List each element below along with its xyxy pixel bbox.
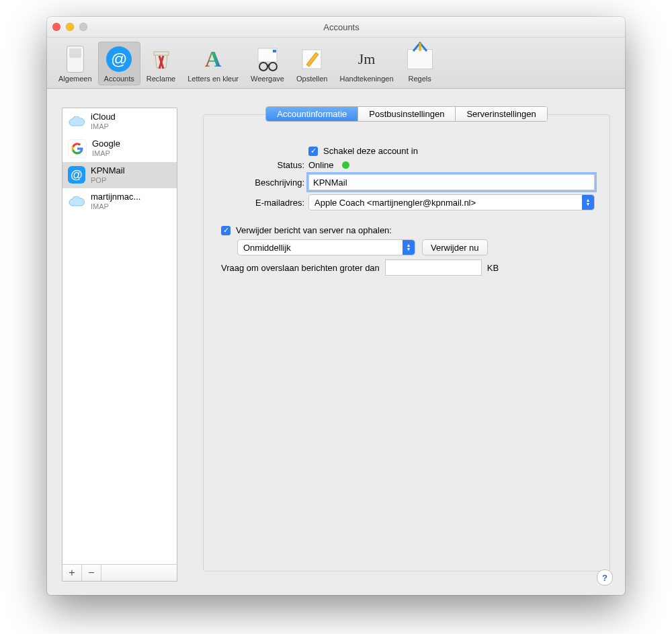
switch-icon	[61, 45, 89, 73]
remove-account-button[interactable]: −	[82, 565, 101, 581]
toolbar-general[interactable]: Algemeen	[52, 42, 98, 85]
viewing-icon	[253, 45, 282, 73]
status-label: Status:	[218, 160, 308, 170]
settings-tabs: Accountinformatie Postbusinstellingen Se…	[216, 106, 597, 122]
content-body: iCloud IMAP Google IMAP @ K	[47, 95, 625, 595]
account-type: IMAP	[91, 202, 140, 211]
accounts-sidebar: iCloud IMAP Google IMAP @ K	[62, 108, 177, 582]
remove-from-server-label: Verwijder bericht van server na ophalen:	[236, 225, 392, 235]
account-type: IMAP	[91, 122, 116, 131]
account-item[interactable]: iCloud IMAP	[62, 108, 177, 135]
close-button[interactable]	[52, 23, 60, 31]
main-panel: Accountinformatie Postbusinstellingen Se…	[190, 108, 610, 582]
stepper-icon: ▲▼	[403, 240, 415, 255]
account-item[interactable]: Google IMAP	[62, 135, 177, 162]
trash-icon	[147, 45, 175, 73]
prefs-toolbar: Algemeen @ Accounts Reclame A Letters en…	[47, 38, 625, 89]
remove-timing-value: Onmiddellijk	[243, 243, 291, 253]
window-title: Accounts	[63, 22, 620, 32]
tab-account-info[interactable]: Accountinformatie	[266, 107, 358, 121]
enable-account-label: Schakel deze account in	[323, 146, 418, 156]
status-indicator-icon	[342, 161, 349, 169]
account-type: IMAP	[92, 149, 120, 158]
tab-server-settings[interactable]: Serverinstellingen	[456, 107, 546, 121]
signature-icon: Jm	[353, 45, 381, 73]
svg-rect-4	[273, 50, 276, 52]
google-icon	[68, 139, 87, 158]
account-form: ✓ Schakel deze account in Status: Online…	[204, 134, 610, 288]
at-icon: @	[105, 45, 133, 73]
email-value: Apple Coach <martijnengler@kpnmail.nl>	[314, 198, 476, 208]
svg-point-6	[269, 63, 277, 71]
email-select[interactable]: Apple Coach <martijnengler@kpnmail.nl> ▲…	[308, 194, 595, 210]
email-label: E-mailadres:	[218, 198, 308, 208]
tab-panel: ✓ Schakel deze account in Status: Online…	[203, 114, 610, 571]
icloud-icon	[68, 113, 85, 130]
rules-icon	[406, 45, 434, 73]
toolbar-fonts[interactable]: A Letters en kleur	[181, 42, 245, 85]
account-item[interactable]: martijnmac... IMAP	[62, 188, 177, 215]
compose-icon	[298, 45, 326, 73]
at-icon: @	[68, 166, 85, 184]
toolbar-signatures[interactable]: Jm Handtekeningen	[333, 42, 399, 85]
description-input[interactable]	[308, 174, 595, 190]
skip-size-input[interactable]	[385, 260, 482, 276]
sidebar-footer: + −	[62, 564, 177, 581]
preferences-window: Accounts Algemeen @ Accounts Reclame A L…	[47, 17, 625, 595]
description-label: Beschrijving:	[218, 177, 308, 188]
accounts-list[interactable]: iCloud IMAP Google IMAP @ K	[62, 108, 177, 564]
add-account-button[interactable]: +	[62, 565, 82, 581]
remove-from-server-checkbox[interactable]: ✓	[221, 226, 230, 235]
kb-label: KB	[487, 263, 499, 273]
account-item[interactable]: @ KPNMail POP	[62, 162, 177, 189]
remove-now-button[interactable]: Verwijder nu	[422, 239, 488, 255]
toolbar-junk[interactable]: Reclame	[140, 42, 181, 85]
help-button[interactable]: ?	[597, 569, 613, 586]
svg-point-5	[259, 63, 267, 71]
toolbar-viewing[interactable]: Weergave	[245, 42, 290, 85]
toolbar-composing[interactable]: Opstellen	[290, 42, 333, 85]
icloud-icon	[68, 193, 85, 210]
status-value: Online	[308, 160, 334, 170]
font-icon: A	[199, 45, 227, 73]
titlebar: Accounts	[47, 17, 625, 38]
account-name: Google	[92, 139, 120, 149]
tab-mailbox-settings[interactable]: Postbusinstellingen	[358, 107, 456, 121]
toolbar-accounts[interactable]: @ Accounts	[98, 42, 140, 85]
skip-large-label: Vraag om overslaan berichten groter dan	[221, 263, 380, 273]
account-name: iCloud	[91, 112, 116, 122]
remove-timing-select[interactable]: Onmiddellijk ▲▼	[237, 239, 415, 255]
sidebar-footer-spacer	[101, 565, 177, 581]
enable-account-checkbox[interactable]: ✓	[308, 147, 318, 156]
account-type: POP	[91, 176, 125, 185]
toolbar-rules[interactable]: Regels	[400, 42, 440, 85]
account-name: martijnmac...	[91, 192, 140, 202]
stepper-icon: ▲▼	[582, 195, 594, 210]
account-name: KPNMail	[91, 166, 125, 176]
svg-rect-0	[154, 52, 169, 55]
